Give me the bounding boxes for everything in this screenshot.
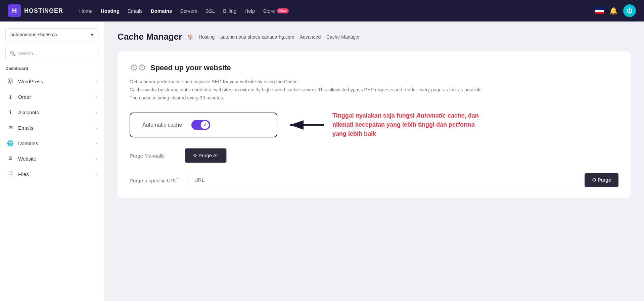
breadcrumb-hosting[interactable]: Hosting — [199, 34, 215, 40]
sidebar-item-accounts[interactable]: ℹ Accounts › — [0, 104, 104, 120]
breadcrumb-advanced[interactable]: Advanced — [300, 34, 321, 40]
bell-icon[interactable]: 🔔 — [609, 7, 618, 15]
power-button[interactable]: ⏻ — [623, 4, 636, 17]
nav-domains[interactable]: Domains — [151, 8, 172, 14]
toggle-knob: ✓ — [201, 121, 209, 129]
arrow-annotation: Tinggal nyalakan saja fungsi Automatic c… — [287, 111, 487, 138]
breadcrumb-domain[interactable]: autonomous-shoes-canada-hg.com — [220, 34, 294, 40]
sidebar-item-label: Domains — [18, 140, 38, 146]
automatic-cache-label: Automatic cache — [142, 122, 182, 128]
sidebar-item-label: Website — [18, 156, 36, 162]
chevron-right-icon: › — [96, 141, 97, 146]
speed-title: Speed up your website — [150, 63, 231, 72]
chevron-right-icon: › — [96, 79, 97, 84]
chevron-right-icon: › — [96, 110, 97, 115]
sidebar-section-label: Dashboard — [0, 66, 104, 74]
domain-label: autonomous-shoes-ca — [10, 32, 57, 37]
nav-hosting[interactable]: Hosting — [101, 8, 120, 14]
speed-desc-line1: Get superior performance and improve SEO… — [130, 78, 618, 86]
cache-row: Automatic cache ✓ — [130, 111, 618, 138]
sidebar-item-label: Files — [18, 171, 29, 177]
nav-emails[interactable]: Emails — [128, 8, 143, 14]
chevron-right-icon: › — [96, 125, 97, 130]
logo-area[interactable]: H HOSTINGER — [8, 4, 63, 17]
sidebar-item-domains[interactable]: 🌐 Domains › — [0, 135, 104, 151]
nav-links: Home Hosting Emails Domains Servers SSL … — [79, 8, 584, 14]
main-content: Cache Manager 🏠 - Hosting - autonomous-s… — [104, 22, 644, 301]
arrow-icon — [287, 117, 327, 133]
domains-icon: 🌐 — [7, 139, 14, 147]
nav-servers[interactable]: Servers — [180, 8, 197, 14]
purge-manually-row: Purge Manually ⚙ Purge All — [130, 148, 618, 163]
domain-selector[interactable]: autonomous-shoes-ca ▾ — [5, 28, 98, 41]
page-layout: autonomous-shoes-ca ▾ 🔍 Search... Dashbo… — [0, 22, 644, 301]
files-icon: 📄 — [7, 170, 14, 178]
breadcrumb-current: Cache Manager — [326, 34, 360, 40]
cache-card: ⚙⚙ Speed up your website Get superior pe… — [118, 51, 631, 198]
purge-all-button[interactable]: ⚙ Purge All — [185, 148, 227, 163]
speed-header: ⚙⚙ Speed up your website — [130, 62, 618, 73]
breadcrumb: 🏠 - Hosting - autonomous-shoes-canada-hg… — [187, 34, 360, 40]
home-icon[interactable]: 🏠 — [187, 34, 193, 40]
purge-button[interactable]: ⚙ Purge — [585, 173, 618, 187]
annotation-text: Tinggal nyalakan saja fungsi Automatic c… — [332, 111, 487, 138]
search-placeholder: Search... — [18, 51, 37, 56]
automatic-cache-toggle[interactable]: ✓ — [191, 120, 210, 130]
speed-desc-line3: The cache is being cleared every 30 minu… — [130, 94, 618, 102]
sidebar-item-label: Order — [18, 94, 31, 100]
logo-text: HOSTINGER — [24, 7, 63, 14]
purge-url-row: Purge a specific URL* ⚙ Purge — [130, 173, 618, 187]
speed-desc-line2: Cache works by storing static content of… — [130, 86, 618, 94]
sidebar: autonomous-shoes-ca ▾ 🔍 Search... Dashbo… — [0, 22, 104, 301]
purge-url-label: Purge a specific URL* — [130, 177, 183, 183]
sidebar-item-files[interactable]: 📄 Files › — [0, 166, 104, 182]
website-icon: 🖥 — [7, 155, 14, 162]
nav-help[interactable]: Help — [244, 8, 255, 14]
flag-icon[interactable] — [595, 7, 604, 14]
page-title: Cache Manager — [118, 32, 182, 42]
accounts-icon: ℹ — [7, 109, 14, 116]
order-icon: ℹ — [7, 93, 14, 100]
sidebar-item-wordpress[interactable]: ⓪ WordPress › — [0, 74, 104, 89]
sidebar-item-website[interactable]: 🖥 Website › — [0, 151, 104, 166]
page-header: Cache Manager 🏠 - Hosting - autonomous-s… — [118, 32, 631, 42]
chevron-right-icon: › — [96, 172, 97, 177]
new-badge: New — [277, 8, 289, 13]
search-box[interactable]: 🔍 Search... — [5, 48, 98, 59]
sidebar-item-emails[interactable]: ✉ Emails › — [0, 120, 104, 135]
sidebar-item-label: WordPress — [18, 79, 43, 84]
gear-icon: ⚙⚙ — [130, 62, 146, 73]
cache-toggle-box: Automatic cache ✓ — [130, 113, 277, 137]
logo-icon: H — [8, 4, 21, 17]
search-icon: 🔍 — [10, 51, 15, 56]
purge-manually-label: Purge Manually — [130, 153, 177, 159]
chevron-right-icon: › — [96, 94, 97, 99]
url-input[interactable] — [189, 173, 579, 187]
sidebar-item-order[interactable]: ℹ Order › — [0, 89, 104, 104]
nav-store-label: Store — [263, 8, 275, 14]
nav-right: 🔔 ⏻ — [595, 4, 636, 17]
emails-icon: ✉ — [7, 124, 14, 131]
chevron-right-icon: › — [96, 156, 97, 161]
top-navigation: H HOSTINGER Home Hosting Emails Domains … — [0, 0, 644, 22]
nav-ssl[interactable]: SSL — [205, 8, 215, 14]
nav-billing[interactable]: Billing — [223, 8, 236, 14]
sidebar-item-label: Accounts — [18, 110, 39, 115]
wordpress-icon: ⓪ — [7, 78, 14, 85]
sidebar-item-label: Emails — [18, 125, 33, 131]
chevron-down-icon: ▾ — [91, 32, 93, 37]
nav-store[interactable]: Store New — [263, 8, 288, 14]
speed-description: Get superior performance and improve SEO… — [130, 78, 618, 102]
nav-home[interactable]: Home — [79, 8, 93, 14]
